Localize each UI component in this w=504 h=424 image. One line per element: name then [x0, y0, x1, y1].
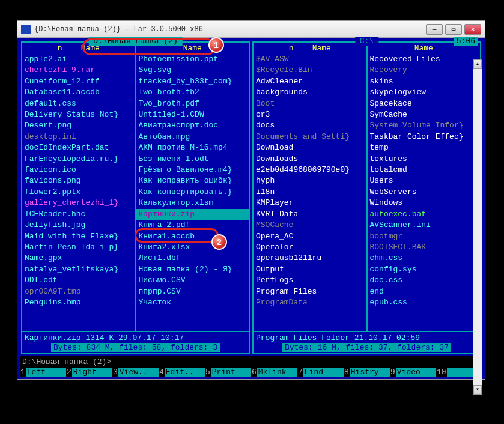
file-row[interactable]: Письмо.CSV: [136, 275, 249, 286]
file-row[interactable]: tracked_by_h33t_com}: [136, 76, 249, 87]
file-row[interactable]: temp: [368, 142, 481, 153]
titlebar[interactable]: {D:\Новая папка (2)} - Far 3.0.5000 x86 …: [17, 21, 485, 38]
file-row[interactable]: chm.css: [368, 253, 481, 264]
right-panel[interactable]: C:\ 5:06 n Name $AV_ASW$Recycle.BinAdwCl…: [252, 41, 481, 354]
file-row[interactable]: Delivery Status Not}: [22, 109, 135, 120]
file-row[interactable]: operausb1211ru: [254, 253, 366, 264]
file-row[interactable]: ProgramData: [254, 297, 366, 308]
file-row[interactable]: e2eb0d44968069790e0}: [254, 165, 366, 175]
file-row[interactable]: OperaTor: [254, 242, 366, 253]
file-row[interactable]: natalya_vetlitskaya}: [22, 264, 135, 275]
file-row[interactable]: Cuneiform_12.rtf: [22, 76, 135, 87]
file-row[interactable]: Download: [254, 142, 366, 153]
file-row[interactable]: docIdIndexPart.dat: [22, 142, 135, 153]
file-row[interactable]: Two_broth.pdf: [136, 98, 249, 109]
command-prompt[interactable]: D:\Новая папка (2)>: [20, 356, 482, 368]
fkey-5[interactable]: 5Print: [205, 368, 251, 377]
file-row[interactable]: Name.gpx: [22, 253, 135, 264]
fkey-8[interactable]: 8Histry: [344, 368, 390, 377]
file-row[interactable]: Книга 2.pdf: [136, 220, 249, 231]
close-button[interactable]: ✕: [464, 24, 481, 35]
file-row[interactable]: Svg.svg: [136, 65, 249, 76]
file-row[interactable]: Книга2.xlsx: [136, 242, 249, 253]
file-row[interactable]: bootmgr: [368, 231, 481, 242]
file-row[interactable]: Martin_Pesn_lda_i_p}: [22, 242, 135, 253]
col-head-n[interactable]: n: [289, 44, 294, 53]
file-row[interactable]: ICEReader.hhc: [22, 209, 135, 220]
file-row[interactable]: Penguins.bmp: [22, 297, 135, 308]
file-row[interactable]: Output: [254, 264, 366, 275]
maximize-button[interactable]: ▭: [445, 24, 462, 35]
file-row[interactable]: Database11.accdb: [22, 87, 135, 98]
left-panel-path[interactable]: D:\Новая папка (2): [88, 37, 182, 46]
file-row[interactable]: Opera_AC: [254, 231, 366, 242]
file-row[interactable]: Автобан.mpg: [136, 132, 249, 142]
file-row[interactable]: skypelogview: [368, 87, 481, 98]
file-row[interactable]: $AV_ASW: [254, 54, 366, 65]
fkey-4[interactable]: 4Edit..: [159, 368, 205, 377]
file-row[interactable]: MSOCache: [254, 220, 366, 231]
scroll-down-button[interactable]: ▾: [473, 385, 482, 395]
file-row[interactable]: Картинки.zip: [136, 209, 249, 220]
file-row[interactable]: System Volume Infor}: [368, 120, 481, 131]
file-row[interactable]: $Recycle.Bin: [254, 65, 366, 76]
file-row[interactable]: docs: [254, 120, 366, 131]
file-row[interactable]: Без имени 1.odt: [136, 154, 249, 165]
file-row[interactable]: config.sys: [368, 264, 481, 275]
file-row[interactable]: ODT.odt: [22, 275, 135, 286]
file-row[interactable]: Users: [368, 175, 481, 186]
file-row[interactable]: Участок: [136, 297, 249, 308]
file-row[interactable]: FarEncyclopedia.ru.}: [22, 154, 135, 165]
file-row[interactable]: Taskbar Color Effec}: [368, 132, 481, 142]
file-row[interactable]: flower2.pptx: [22, 187, 135, 198]
file-row[interactable]: autoexec.bat: [368, 209, 481, 220]
file-row[interactable]: Boot: [254, 98, 366, 109]
file-row[interactable]: i18n: [254, 187, 366, 198]
file-row[interactable]: Maid with the Flaxe}: [22, 231, 135, 242]
file-row[interactable]: Книга1.accdb: [136, 231, 249, 242]
file-row[interactable]: KMPlayer: [254, 198, 366, 208]
file-row[interactable]: backgrounds: [254, 87, 366, 98]
left-panel[interactable]: D:\Новая папка (2) n Name apple2.aichert…: [21, 41, 250, 354]
file-row[interactable]: Калькулятор.xlsm: [136, 198, 249, 208]
file-row[interactable]: BOOTSECT.BAK: [368, 242, 481, 253]
file-row[interactable]: Лист1.dbf: [136, 253, 249, 264]
col-head-name[interactable]: Name: [312, 44, 331, 53]
file-row[interactable]: apple2.ai: [22, 54, 135, 65]
file-row[interactable]: Recovered Files: [368, 54, 481, 65]
file-row[interactable]: KVRT_Data: [254, 209, 366, 220]
file-row[interactable]: Untitled-1.CDW: [136, 109, 249, 120]
file-row[interactable]: ппрпр.CSV: [136, 286, 249, 297]
file-row[interactable]: WebServers: [368, 187, 481, 198]
file-row[interactable]: Авиатранспорт.doc: [136, 120, 249, 131]
vertical-scrollbar[interactable]: ▴ ▾: [473, 59, 482, 395]
file-row[interactable]: default.css: [22, 98, 135, 109]
fkey-9[interactable]: 9Video: [390, 368, 436, 377]
file-row[interactable]: skins: [368, 76, 481, 87]
file-row[interactable]: chertezhi_9.rar: [22, 65, 135, 76]
fkey-2[interactable]: 2Right: [66, 368, 112, 377]
file-row[interactable]: SymCache: [368, 109, 481, 120]
file-row[interactable]: Recovery: [368, 65, 481, 76]
file-row[interactable]: textures: [368, 154, 481, 165]
file-row[interactable]: Jellyfish.jpg: [22, 220, 135, 231]
file-row[interactable]: cr3: [254, 109, 366, 120]
file-row[interactable]: Desert.png: [22, 120, 135, 131]
file-row[interactable]: totalcmd: [368, 165, 481, 175]
col-head-n[interactable]: n: [58, 44, 62, 53]
scroll-up-button[interactable]: ▴: [473, 59, 482, 69]
file-row[interactable]: Windows: [368, 198, 481, 208]
fkey-7[interactable]: 7Find: [297, 368, 344, 377]
file-row[interactable]: end: [368, 286, 481, 297]
minimize-button[interactable]: —: [426, 24, 443, 35]
fkey-1[interactable]: 1Left: [20, 368, 66, 377]
file-row[interactable]: Downloads: [254, 154, 366, 165]
file-row[interactable]: AdwCleaner: [254, 76, 366, 87]
file-row[interactable]: PerfLogs: [254, 275, 366, 286]
file-row[interactable]: epub.css: [368, 297, 481, 308]
file-row[interactable]: Грёзы о Вавилоне.m4}: [136, 165, 249, 175]
file-row[interactable]: opr00A9T.tmp: [22, 286, 135, 297]
file-row[interactable]: АКМ против М-16.mp4: [136, 142, 249, 153]
file-row[interactable]: favicon.ico: [22, 165, 135, 175]
file-row[interactable]: Новая папка (2) - Я}: [136, 264, 249, 275]
